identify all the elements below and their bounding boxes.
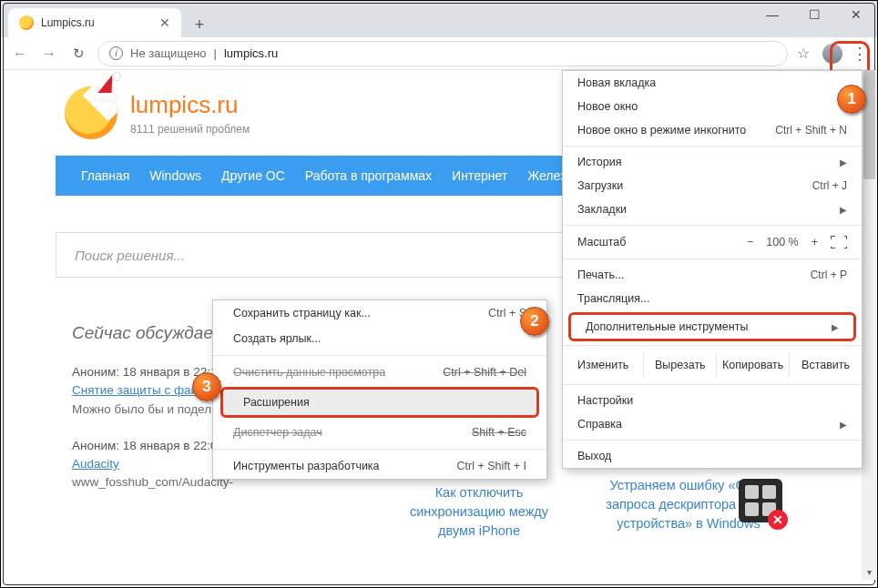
- fullscreen-icon[interactable]: [831, 236, 847, 248]
- error-badge-icon: ✕: [768, 510, 788, 530]
- menu-help[interactable]: Справка▶: [563, 412, 862, 436]
- nav-other-os[interactable]: Другие ОС: [221, 168, 285, 183]
- site-title[interactable]: lumpics.ru: [130, 91, 250, 119]
- menu-print[interactable]: Печать...Ctrl + P: [563, 263, 862, 287]
- new-tab-button[interactable]: +: [187, 12, 212, 37]
- scroll-down-icon[interactable]: ▾: [862, 564, 877, 580]
- tab-close-icon[interactable]: ✕: [159, 15, 170, 30]
- tab-strip: Lumpics.ru ✕ +: [1, 1, 877, 37]
- zoom-value: 100 %: [766, 236, 798, 248]
- window-maximize[interactable]: ☐: [793, 1, 835, 28]
- browser-tab[interactable]: Lumpics.ru ✕: [8, 8, 181, 37]
- window-close[interactable]: ✕: [835, 1, 877, 28]
- edit-label: Изменить: [563, 353, 643, 377]
- favicon-icon: [19, 15, 34, 30]
- menu-new-tab[interactable]: Новая вкладка: [563, 71, 862, 95]
- submenu-extensions[interactable]: Расширения: [223, 390, 536, 415]
- chrome-main-menu: Новая вкладка Новое окно Новое окно в ре…: [562, 70, 863, 469]
- menu-zoom: Масштаб − 100 % +: [563, 229, 862, 255]
- reload-button[interactable]: ↻: [68, 46, 88, 62]
- security-label: Не защищено: [130, 46, 207, 60]
- step-badge-1: 1: [837, 85, 866, 114]
- nav-programs[interactable]: Работа в программах: [305, 168, 432, 183]
- separator: |: [214, 46, 217, 60]
- profile-avatar-icon[interactable]: [822, 44, 842, 64]
- post-link[interactable]: Audacity: [72, 457, 119, 471]
- zoom-in-button[interactable]: +: [812, 236, 818, 248]
- menu-settings[interactable]: Настройки: [563, 389, 862, 412]
- step-badge-3: 3: [192, 372, 221, 401]
- submenu-dev-tools[interactable]: Инструменты разработчикаCtrl + Shift + I: [213, 453, 546, 479]
- chrome-menu-button[interactable]: ⋮: [852, 51, 868, 56]
- menu-exit[interactable]: Выход: [563, 444, 862, 468]
- annotation-ring-3: Расширения: [220, 387, 539, 418]
- menu-more-tools[interactable]: Дополнительные инструменты▶: [571, 315, 853, 339]
- site-subtitle: 8111 решений проблем: [130, 123, 250, 136]
- menu-bookmarks[interactable]: Закладки▶: [563, 198, 862, 221]
- copy-button[interactable]: Копировать: [716, 353, 789, 377]
- card-title: Как отключить синхронизацию между двумя …: [393, 483, 566, 541]
- paste-button[interactable]: Вставить: [789, 353, 862, 377]
- cut-button[interactable]: Вырезать: [643, 353, 716, 377]
- submenu-save-page[interactable]: Сохранить страницу как...Ctrl + S: [213, 300, 546, 326]
- scrollbar[interactable]: ▴ ▾: [862, 70, 877, 580]
- bookmark-star-icon[interactable]: ☆: [797, 45, 810, 62]
- menu-downloads[interactable]: ЗагрузкиCtrl + J: [563, 174, 862, 198]
- zoom-out-button[interactable]: −: [747, 236, 753, 248]
- step-badge-2: 2: [520, 307, 549, 336]
- forward-button: →: [39, 46, 59, 62]
- menu-history[interactable]: История▶: [563, 150, 862, 174]
- menu-new-window[interactable]: Новое окно: [563, 95, 862, 118]
- tab-title: Lumpics.ru: [41, 16, 95, 29]
- nav-internet[interactable]: Интернет: [452, 168, 507, 183]
- back-button[interactable]: ←: [10, 46, 30, 62]
- annotation-ring-2: Дополнительные инструменты▶: [568, 312, 856, 341]
- submenu-task-manager[interactable]: Диспетчер задачShift + Esc: [213, 420, 546, 445]
- window-minimize[interactable]: —: [751, 1, 793, 28]
- more-tools-submenu: Сохранить страницу как...Ctrl + S Создат…: [212, 299, 547, 480]
- menu-cast[interactable]: Трансляция...: [563, 287, 862, 310]
- menu-edit-row: Изменить Вырезать Копировать Вставить: [563, 350, 862, 380]
- site-logo-icon[interactable]: [65, 86, 117, 139]
- menu-incognito[interactable]: Новое окно в режиме инкогнитоCtrl + Shif…: [563, 118, 862, 142]
- scrollbar-thumb[interactable]: [863, 70, 875, 179]
- url-text: lumpics.ru: [224, 46, 278, 60]
- browser-toolbar: ← → ↻ i Не защищено | lumpics.ru ☆ ⋮: [1, 37, 877, 70]
- nav-windows[interactable]: Windows: [149, 168, 201, 183]
- submenu-clear-data[interactable]: Очистить данные просмотраCtrl + Shift + …: [213, 360, 546, 385]
- site-info-icon[interactable]: i: [109, 46, 123, 60]
- nav-home[interactable]: Главная: [81, 168, 129, 183]
- submenu-create-shortcut[interactable]: Создать ярлык...: [213, 326, 546, 351]
- address-bar[interactable]: i Не защищено | lumpics.ru: [97, 41, 788, 66]
